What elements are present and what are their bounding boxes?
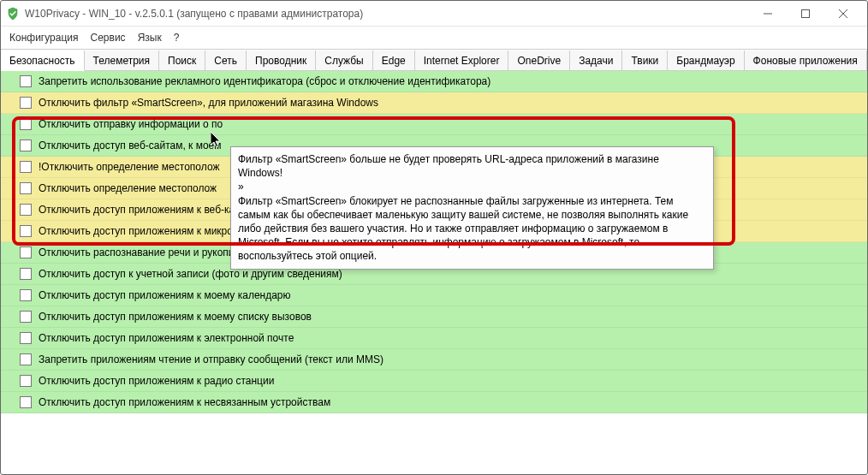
setting-label: Отключить доступ приложениям к электронн…	[39, 332, 294, 344]
setting-row[interactable]: Отключить доступ приложениям к электронн…	[1, 328, 867, 349]
checkbox[interactable]	[20, 182, 32, 194]
tab-tasks[interactable]: Задачи	[570, 50, 622, 71]
setting-row[interactable]: Отключить доступ приложениям к радио ста…	[1, 371, 867, 392]
setting-label: Отключить доступ приложениям к моему кал…	[39, 289, 291, 301]
setting-label: Отключить доступ приложениям к несвязанн…	[39, 396, 330, 408]
checkbox[interactable]	[20, 289, 32, 301]
tooltip-line: Фильтр «SmartScreen» блокирует не распоз…	[238, 194, 706, 264]
setting-row[interactable]: Отключить доступ приложениям к моему кал…	[1, 285, 867, 306]
setting-row[interactable]: Запретить использование рекламного идент…	[1, 71, 867, 92]
menu-service[interactable]: Сервис	[91, 32, 126, 44]
setting-label: Запретить приложениям чтение и отправку …	[39, 353, 383, 365]
shield-icon	[6, 7, 20, 21]
setting-label: Отключить доступ веб-сайтам, к моем	[39, 140, 222, 151]
setting-label: Отключить доступ приложениям к радио ста…	[39, 375, 274, 387]
close-button[interactable]	[824, 2, 862, 26]
setting-label: Отключить доступ приложениям к моему спи…	[39, 311, 312, 323]
setting-label: !Отключить определение местополож	[39, 161, 219, 173]
window-controls	[749, 2, 862, 26]
tab-firewall[interactable]: Брандмауэр	[668, 50, 744, 71]
menu-help[interactable]: ?	[174, 32, 180, 44]
checkbox[interactable]	[20, 375, 32, 387]
tab-network[interactable]: Сеть	[205, 50, 247, 71]
tooltip: Фильтр «SmartScreen» больше не будет про…	[230, 146, 714, 270]
setting-label: Отключить фильтр «SmartScreen», для прил…	[39, 97, 378, 109]
menu-language[interactable]: Язык	[138, 32, 162, 44]
checkbox[interactable]	[20, 75, 32, 87]
tab-ie[interactable]: Internet Explorer	[415, 50, 509, 71]
checkbox[interactable]	[20, 396, 32, 408]
setting-row[interactable]: Отключить доступ приложениям к несвязанн…	[1, 392, 867, 413]
checkbox[interactable]	[20, 161, 32, 173]
setting-label: Отключить отправку информации о по	[39, 118, 223, 130]
setting-row[interactable]: Отключить отправку информации о по	[1, 114, 867, 135]
checkbox[interactable]	[20, 268, 32, 280]
setting-row[interactable]: Запретить приложениям чтение и отправку …	[1, 349, 867, 371]
checkbox[interactable]	[20, 332, 32, 344]
setting-label: Отключить доступ приложениям к микрофону	[39, 225, 258, 237]
tab-search[interactable]: Поиск	[159, 50, 205, 71]
maximize-button[interactable]	[787, 2, 824, 26]
tab-security[interactable]: Безопасность	[1, 50, 85, 71]
setting-row[interactable]: Отключить доступ приложениям к моему спи…	[1, 306, 867, 328]
checkbox[interactable]	[20, 97, 32, 109]
setting-label: Отключить определение местополож	[39, 182, 217, 194]
checkbox[interactable]	[20, 118, 32, 130]
tab-explorer[interactable]: Проводник	[247, 50, 316, 71]
tab-services[interactable]: Службы	[316, 50, 372, 71]
setting-row[interactable]: Отключить фильтр «SmartScreen», для прил…	[1, 92, 867, 114]
setting-label: Отключить доступ приложениям к веб-камер…	[39, 204, 259, 216]
tab-onedrive[interactable]: OneDrive	[508, 50, 570, 71]
tooltip-line: Фильтр «SmartScreen» больше не будет про…	[238, 152, 706, 180]
titlebar: W10Privacy - WIN_10 - v.2.5.0.1 (запущен…	[1, 1, 867, 27]
tab-tweaks[interactable]: Твики	[622, 50, 668, 71]
setting-label: Отключить доступ к учетной записи (фото …	[39, 268, 342, 280]
svg-rect-1	[802, 9, 810, 17]
tabbar: Безопасность Телеметрия Поиск Сеть Прово…	[1, 49, 867, 71]
menu-config[interactable]: Конфигурация	[9, 32, 79, 44]
menubar: Конфигурация Сервис Язык ?	[1, 27, 867, 49]
checkbox[interactable]	[20, 204, 32, 216]
window-title: W10Privacy - WIN_10 - v.2.5.0.1 (запущен…	[25, 8, 749, 20]
tooltip-line: »	[238, 180, 706, 193]
app-window: W10Privacy - WIN_10 - v.2.5.0.1 (запущен…	[0, 0, 868, 475]
tab-edge[interactable]: Edge	[373, 50, 415, 71]
checkbox[interactable]	[20, 246, 32, 258]
checkbox[interactable]	[20, 311, 32, 323]
setting-label: Запретить использование рекламного идент…	[39, 75, 490, 87]
checkbox[interactable]	[20, 225, 32, 237]
checkbox[interactable]	[20, 353, 32, 365]
tab-telemetry[interactable]: Телеметрия	[85, 50, 160, 71]
minimize-button[interactable]	[749, 2, 787, 26]
tab-bg-apps[interactable]: Фоновые приложения	[745, 50, 867, 71]
checkbox[interactable]	[20, 140, 32, 151]
